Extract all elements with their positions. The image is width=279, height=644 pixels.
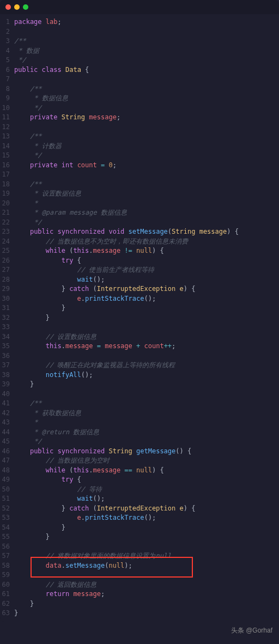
code-line[interactable]: 7 [0,75,279,84]
line-number: 41 [0,399,14,409]
code-line[interactable]: 4 * 数据 [0,46,279,56]
code-line[interactable]: 32 } [0,313,279,323]
code-line[interactable]: 28 wait(); [0,275,279,285]
code-line[interactable]: 51 wait(); [0,494,279,504]
line-content: // 等待 [14,485,279,495]
line-number: 5 [0,56,14,65]
code-line[interactable]: 55 } [0,532,279,542]
code-line[interactable]: 15 */ [0,151,279,161]
code-line[interactable]: 41 /** [0,399,279,409]
code-line[interactable]: 25 while (this.message != null) { [0,246,279,256]
line-content: /** [14,399,279,409]
line-content: return message; [14,590,279,599]
code-line[interactable]: 30 e.printStackTrace(); [0,294,279,304]
code-line[interactable]: 11 private String message; [0,113,279,123]
line-content: wait(); [14,494,279,504]
line-content: * @return 数据信息 [14,428,279,438]
code-line[interactable]: 59 [0,570,279,580]
code-line[interactable]: 2 [0,27,279,37]
line-number: 11 [0,113,14,123]
code-line[interactable]: 48 while (this.message == null) { [0,466,279,476]
line-number: 36 [0,351,14,361]
code-line[interactable]: 26 try { [0,256,279,266]
code-line[interactable]: 6public class Data { [0,65,279,75]
line-content: * @param message 数据信息 [14,208,279,218]
code-line[interactable]: 54 } [0,523,279,533]
code-line[interactable]: 52 } catch (InterruptedException e) { [0,504,279,514]
code-line[interactable]: 29 } catch (InterruptedException e) { [0,284,279,294]
line-number: 10 [0,104,14,113]
line-number: 52 [0,504,14,514]
code-line[interactable]: 8 /** [0,84,279,94]
code-line[interactable]: 16 private int count = 0; [0,161,279,171]
code-line[interactable]: 63} [0,609,279,618]
code-line[interactable]: 53 e.printStackTrace(); [0,513,279,523]
code-line[interactable]: 1package lab; [0,17,279,27]
code-line[interactable]: 13 /** [0,132,279,142]
code-line[interactable]: 43 * [0,418,279,428]
code-line[interactable]: 9 * 数据信息 [0,94,279,104]
code-line[interactable]: 23 public synchronized void setMessage(S… [0,227,279,237]
code-line[interactable]: 62 } [0,599,279,609]
line-number: 14 [0,142,14,151]
code-line[interactable]: 40 [0,390,279,399]
code-line[interactable]: 12 [0,123,279,132]
line-number: 26 [0,256,14,266]
code-line[interactable]: 37 // 唤醒正在此对象监视器上等待的所有线程 [0,361,279,370]
code-line[interactable]: 60 // 返回数据信息 [0,580,279,590]
code-line[interactable]: 19 * 设置数据信息 [0,189,279,199]
code-line[interactable]: 35 this.message = message + count++; [0,342,279,351]
code-line[interactable]: 39 } [0,380,279,390]
code-line[interactable]: 17 [0,170,279,180]
code-line[interactable]: 49 try { [0,475,279,485]
line-number: 6 [0,65,14,75]
line-number: 37 [0,361,14,370]
code-line[interactable]: 14 * 计数器 [0,142,279,151]
line-content: } [14,532,279,542]
code-line[interactable]: 42 * 获取数据信息 [0,409,279,418]
line-content: */ [14,218,279,228]
line-content: notifyAll(); [14,370,279,380]
maximize-icon[interactable] [23,4,28,10]
code-line[interactable]: 33 [0,323,279,332]
code-line[interactable]: 44 * @return 数据信息 [0,428,279,438]
code-line[interactable]: 34 // 设置数据信息 [0,332,279,342]
code-line[interactable]: 46 public synchronized String getMessage… [0,447,279,457]
line-number: 54 [0,523,14,533]
code-line[interactable]: 38 notifyAll(); [0,370,279,380]
minimize-icon[interactable] [14,4,20,10]
code-line[interactable]: 27 // 使当前生产者线程等待 [0,265,279,275]
code-line[interactable]: 61 return message; [0,590,279,599]
code-line[interactable]: 22 */ [0,218,279,228]
code-line[interactable]: 45 */ [0,437,279,447]
line-number: 9 [0,94,14,104]
code-line[interactable]: 18 /** [0,180,279,190]
line-content: // 返回数据信息 [14,580,279,590]
line-number: 35 [0,342,14,351]
code-line[interactable]: 56 [0,542,279,552]
window-titlebar [0,0,279,14]
line-number: 49 [0,475,14,485]
line-number: 53 [0,513,14,523]
code-line[interactable]: 24 // 当数据信息不为空时，即还有数据信息未消费 [0,237,279,247]
line-number: 59 [0,570,14,580]
code-line[interactable]: 36 [0,351,279,361]
code-line[interactable]: 3/** [0,37,279,46]
code-line[interactable]: 47 // 当数据信息为空时 [0,456,279,466]
code-line[interactable]: 58 data.setMessage(null); [0,561,279,571]
line-content: * 数据信息 [14,94,279,104]
line-number: 24 [0,237,14,247]
code-line[interactable]: 10 */ [0,104,279,113]
code-line[interactable]: 5 */ [0,56,279,65]
code-line[interactable]: 21 * @param message 数据信息 [0,208,279,218]
close-icon[interactable] [5,4,11,10]
code-line[interactable]: 31 } [0,303,279,313]
line-content: /** [14,180,279,190]
author-handle: @Gorhaf [246,627,272,634]
code-line[interactable]: 50 // 等待 [0,485,279,495]
line-number: 45 [0,437,14,447]
line-content [14,123,279,132]
code-editor[interactable]: 1package lab;23/**4 * 数据5 */6public clas… [0,14,279,622]
code-line[interactable]: 57 // 将数据对象里面的数据信息设置为null [0,551,279,561]
code-line[interactable]: 20 * [0,199,279,209]
